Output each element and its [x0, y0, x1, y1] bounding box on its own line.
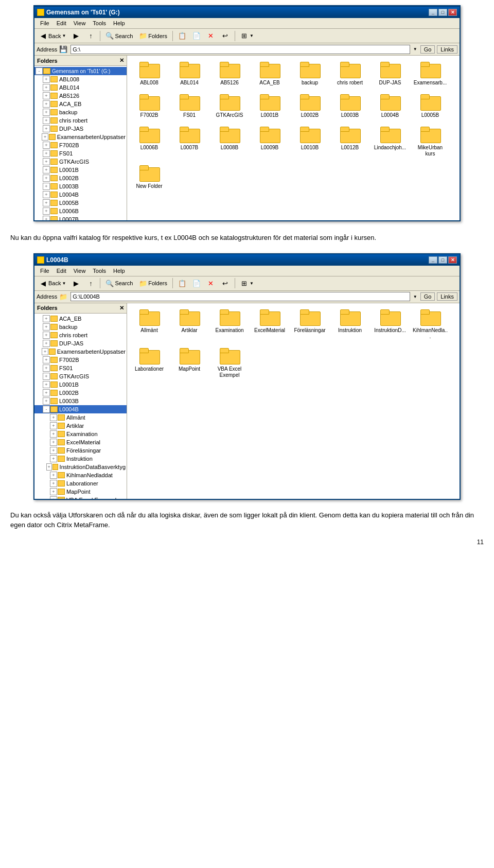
expand-icon-backup[interactable]: + [43, 109, 50, 116]
tree-item-l0003b-2[interactable]: + L0003B [34, 397, 127, 405]
paste-button-1[interactable]: 📄 [190, 30, 203, 42]
tree-item-acaeb[interactable]: + ACA_EB [34, 100, 127, 108]
expand-icon-l0003b[interactable]: + [43, 183, 50, 190]
tree-item-dupjas[interactable]: + DUP-JAS [34, 125, 127, 133]
expand-icon-l0003b-2[interactable]: + [43, 397, 50, 405]
menu-edit-1[interactable]: Edit [54, 19, 69, 27]
tree-item-vbaexcel[interactable]: + VBA Excel Exempel [34, 496, 127, 499]
address-input-1[interactable]: G:\ [70, 45, 410, 54]
expand-icon-kihlman[interactable]: + [50, 472, 57, 479]
expand-icon-l0006b[interactable]: + [43, 207, 50, 215]
tree-item-examens-2[interactable]: + ExamensarbetenUppsatser [34, 348, 127, 356]
tree-item-f7002b-2[interactable]: + F7002B [34, 356, 127, 364]
up-button-2[interactable]: ↑ [84, 277, 97, 289]
file-item-abl014[interactable]: ABL014 [171, 60, 207, 88]
file-item-acaeb[interactable]: ACA_EB [252, 60, 288, 88]
expand-icon-abl008[interactable]: + [43, 76, 50, 83]
go-button-2[interactable]: Go [420, 292, 435, 301]
expand-icon-l0004b-2[interactable]: - [43, 406, 50, 413]
tree-item-chrisrobert-2[interactable]: + chris robert [34, 331, 127, 339]
file-item-lindaoch[interactable]: Lindaochjoh... [372, 125, 408, 159]
tree-item-l0006b[interactable]: + L0006B [34, 207, 127, 215]
maximize-button-2[interactable]: □ [438, 256, 447, 264]
expand-icon-l0002b[interactable]: + [43, 175, 50, 182]
menu-edit-2[interactable]: Edit [54, 267, 69, 275]
tree-item-l0002b-2[interactable]: + L0002B [34, 389, 127, 397]
file-item-forelasningar2[interactable]: Föreläsningar [292, 307, 328, 342]
tree-item-gtkarcgis[interactable]: + GTKArcGIS [34, 158, 127, 166]
tree-item-laborationer[interactable]: + Laborationer [34, 479, 127, 488]
tree-item-instruktiondb[interactable]: + InstruktionDataBasverktyg [34, 463, 127, 471]
tree-item-kihlman[interactable]: + KihlmanNedladdat [34, 471, 127, 479]
expand-icon-forelasningar[interactable]: + [50, 447, 57, 454]
tree-item-gtkarcgis-2[interactable]: + GTKArcGIS [34, 372, 127, 380]
tree-item-l0004b[interactable]: + L0004B [34, 190, 127, 199]
expand-icon-l0005b[interactable]: + [43, 199, 50, 206]
tree-item-chrisrobert[interactable]: + chris robert [34, 116, 127, 125]
links-button-2[interactable]: Links [437, 292, 457, 301]
tree-item-examens[interactable]: + ExamensarbetenUppsatser [34, 133, 127, 141]
file-item-l0009b[interactable]: L0009B [252, 125, 288, 159]
tree-item-dupjas-2[interactable]: + DUP-JAS [34, 339, 127, 348]
copy-button-1[interactable]: 📋 [175, 30, 189, 42]
expand-icon-gtkarcgis-2[interactable]: + [43, 373, 50, 380]
forward-button-1[interactable]: ▶ [69, 30, 83, 42]
expand-icon-root[interactable]: - [36, 67, 43, 75]
menu-tools-2[interactable]: Tools [90, 267, 109, 275]
expand-icon-allm[interactable]: + [50, 414, 57, 421]
menu-file-1[interactable]: File [37, 19, 52, 27]
minimize-button-2[interactable]: _ [429, 256, 437, 264]
tree-item-l0004b-2[interactable]: - L0004B [34, 405, 127, 413]
file-item-gtkarcgis[interactable]: GTKArcGIS [211, 92, 248, 120]
expand-icon-examens[interactable]: + [42, 133, 48, 141]
folders-close-icon[interactable]: ✕ [119, 57, 124, 64]
file-item-l0002b[interactable]: L0002B [292, 92, 328, 120]
expand-icon-f7002b-2[interactable]: + [43, 356, 50, 363]
file-item-excelmaterial2[interactable]: ExcelMaterial [252, 307, 288, 342]
expand-icon-chrisrobert-2[interactable]: + [43, 332, 50, 339]
expand-icon-abl014[interactable]: + [43, 84, 50, 91]
tree-item-mappoint[interactable]: + MapPoint [34, 488, 127, 496]
file-item-backup[interactable]: backup [292, 60, 328, 88]
search-button-2[interactable]: 🔍 Search [103, 277, 135, 289]
file-item-allm2[interactable]: Allmänt [131, 307, 167, 342]
expand-icon-gtkarcgis[interactable]: + [43, 158, 50, 165]
expand-icon-dupjas-2[interactable]: + [43, 340, 50, 347]
back-button-2[interactable]: ◀ Back ▼ [37, 277, 68, 289]
tree-item-abl008[interactable]: + ABL008 [34, 75, 127, 83]
tree-item-artiklar[interactable]: + Artiklar [34, 422, 127, 430]
file-item-l0003b[interactable]: L0003B [332, 92, 368, 120]
expand-icon-l0007b[interactable]: + [43, 216, 50, 220]
tree-item-l0007b[interactable]: + L0007B [34, 215, 127, 220]
expand-icon-l0001b[interactable]: + [43, 166, 50, 173]
file-item-instruktiond2[interactable]: InstruktionD... [372, 307, 408, 342]
menu-tools-1[interactable]: Tools [90, 19, 109, 27]
file-item-chrisrobert[interactable]: chris robert [332, 60, 368, 88]
views-button-1[interactable]: ⊞ ▼ [238, 30, 256, 42]
file-item-l0007b[interactable]: L0007B [171, 125, 207, 159]
tree-item-instruktion[interactable]: + Instruktion [34, 455, 127, 463]
copy-button-2[interactable]: 📋 [175, 277, 189, 289]
expand-icon-backup-2[interactable]: + [43, 323, 50, 331]
undo-button-2[interactable]: ↩ [219, 277, 232, 289]
forward-button-2[interactable]: ▶ [69, 277, 83, 289]
file-item-examination2[interactable]: Examination [211, 307, 248, 342]
tree-item-abl014[interactable]: + ABL014 [34, 83, 127, 92]
file-item-l0006b[interactable]: L0006B [131, 125, 167, 159]
file-item-fs01[interactable]: FS01 [171, 92, 207, 120]
expand-icon-instruktiondb[interactable]: + [46, 463, 52, 471]
close-button-2[interactable]: ✕ [448, 256, 457, 264]
tree-item-l0005b[interactable]: + L0005B [34, 199, 127, 207]
tree-item-allm[interactable]: + Allmänt [34, 413, 127, 422]
tree-item-ab5126[interactable]: + AB5126 [34, 92, 127, 100]
expand-icon-chrisrobert[interactable]: + [43, 117, 50, 124]
file-item-instruktion2[interactable]: Instruktion [332, 307, 368, 342]
file-item-l0012b[interactable]: L0012B [332, 125, 368, 159]
expand-icon-instruktion[interactable]: + [50, 455, 57, 462]
file-item-ab5126[interactable]: AB5126 [211, 60, 248, 88]
tree-item-l0003b[interactable]: + L0003B [34, 182, 127, 190]
file-item-mikeurban[interactable]: MikeUrban kurs [412, 125, 448, 159]
folders-button-2[interactable]: 📁 Folders [136, 277, 170, 289]
tree-item-root[interactable]: - Gemensam on 'Ts01' (G:) [34, 67, 127, 75]
tree-item-forelasningar[interactable]: + Föreläsningar [34, 446, 127, 455]
